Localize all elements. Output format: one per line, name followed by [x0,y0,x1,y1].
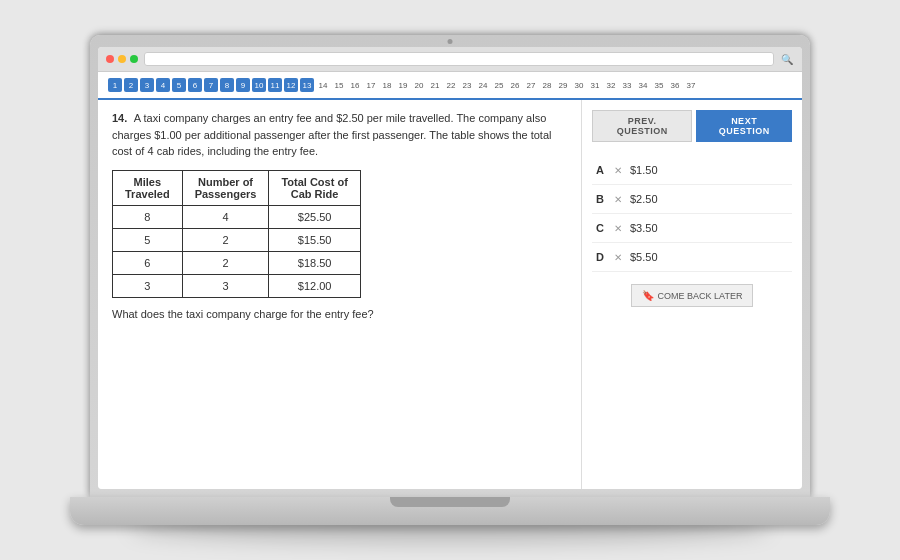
come-back-later-button[interactable]: 🔖 COME BACK LATER [631,284,754,307]
answer-x-icon: ✕ [614,194,624,205]
data-table: MilesTraveled Number ofPassengers Total … [112,170,361,298]
question-nav-number-25[interactable]: 25 [492,78,506,92]
maximize-button-icon[interactable] [130,55,138,63]
table-header-miles: MilesTraveled [113,170,183,205]
answer-letter-a: A [596,164,608,176]
question-nav-number-6[interactable]: 6 [188,78,202,92]
question-nav-number-36[interactable]: 36 [668,78,682,92]
answer-letter-d: D [596,251,608,263]
question-nav-number-12[interactable]: 12 [284,78,298,92]
question-nav-number-31[interactable]: 31 [588,78,602,92]
table-row: 62$18.50 [113,251,361,274]
table-cell-3-2: $12.00 [269,274,360,297]
answer-value-a: $1.50 [630,164,658,176]
camera-icon [448,39,453,44]
answer-value-c: $3.50 [630,222,658,234]
come-back-label: COME BACK LATER [658,291,743,301]
question-area: 14. A taxi company charges an entry fee … [98,100,802,489]
screen-bezel: 🔍 12345678910111213141516171819202122232… [98,47,802,489]
answer-letter-b: B [596,193,608,205]
answer-option-a[interactable]: A✕$1.50 [592,156,792,185]
question-nav-number-13[interactable]: 13 [300,78,314,92]
question-nav-number-5[interactable]: 5 [172,78,186,92]
question-nav-number-32[interactable]: 32 [604,78,618,92]
table-cell-1-2: $15.50 [269,228,360,251]
minimize-button-icon[interactable] [118,55,126,63]
answer-option-d[interactable]: D✕$5.50 [592,243,792,272]
question-nav-number-10[interactable]: 10 [252,78,266,92]
question-nav-number-2[interactable]: 2 [124,78,138,92]
answer-option-c[interactable]: C✕$3.50 [592,214,792,243]
question-nav-number-17[interactable]: 17 [364,78,378,92]
question-nav-number-20[interactable]: 20 [412,78,426,92]
table-row: 33$12.00 [113,274,361,297]
table-cell-1-1: 2 [182,228,269,251]
question-nav-number-11[interactable]: 11 [268,78,282,92]
question-nav-number-14[interactable]: 14 [316,78,330,92]
question-nav-number-29[interactable]: 29 [556,78,570,92]
table-header-passengers: Number ofPassengers [182,170,269,205]
laptop-lid: 🔍 12345678910111213141516171819202122232… [90,35,810,497]
search-icon: 🔍 [780,52,794,66]
laptop-base [70,497,830,525]
table-row: 52$15.50 [113,228,361,251]
table-cell-1-0: 5 [113,228,183,251]
question-nav-number-16[interactable]: 16 [348,78,362,92]
answer-x-icon: ✕ [614,252,624,263]
table-cell-2-2: $18.50 [269,251,360,274]
answer-value-d: $5.50 [630,251,658,263]
question-nav-number-3[interactable]: 3 [140,78,154,92]
question-nav-number-23[interactable]: 23 [460,78,474,92]
question-nav-number-28[interactable]: 28 [540,78,554,92]
table-header-cost: Total Cost ofCab Ride [269,170,360,205]
question-bottom-text: What does the taxi company charge for th… [112,308,567,320]
table-cell-0-0: 8 [113,205,183,228]
question-text: A taxi company charges an entry fee and … [112,112,551,157]
question-nav-number-34[interactable]: 34 [636,78,650,92]
browser-window: 🔍 12345678910111213141516171819202122232… [98,47,802,489]
question-nav-number-21[interactable]: 21 [428,78,442,92]
table-cell-3-0: 3 [113,274,183,297]
question-nav-number-1[interactable]: 1 [108,78,122,92]
question-nav-number-27[interactable]: 27 [524,78,538,92]
question-nav-number-18[interactable]: 18 [380,78,394,92]
table-row: 84$25.50 [113,205,361,228]
traffic-lights [106,55,138,63]
question-left-panel: 14. A taxi company charges an entry fee … [98,100,582,489]
question-number: 14. [112,112,127,124]
question-nav-number-26[interactable]: 26 [508,78,522,92]
question-nav-number-9[interactable]: 9 [236,78,250,92]
question-nav-bar: 1234567891011121314151617181920212223242… [98,72,802,100]
table-cell-3-1: 3 [182,274,269,297]
question-nav-number-7[interactable]: 7 [204,78,218,92]
answer-option-b[interactable]: B✕$2.50 [592,185,792,214]
answer-value-b: $2.50 [630,193,658,205]
table-cell-2-0: 6 [113,251,183,274]
question-nav-number-35[interactable]: 35 [652,78,666,92]
question-nav-number-22[interactable]: 22 [444,78,458,92]
question-nav-number-15[interactable]: 15 [332,78,346,92]
answer-letter-c: C [596,222,608,234]
answers-container: A✕$1.50B✕$2.50C✕$3.50D✕$5.50 [592,156,792,272]
next-question-button[interactable]: NEXT QUESTION [696,110,792,142]
question-nav-number-30[interactable]: 30 [572,78,586,92]
table-cell-2-1: 2 [182,251,269,274]
question-nav-number-4[interactable]: 4 [156,78,170,92]
answer-x-icon: ✕ [614,165,624,176]
prev-question-button[interactable]: PREV. QUESTION [592,110,692,142]
question-nav-number-24[interactable]: 24 [476,78,490,92]
bookmark-icon: 🔖 [642,290,654,301]
table-cell-0-1: 4 [182,205,269,228]
question-nav-number-8[interactable]: 8 [220,78,234,92]
question-nav-number-19[interactable]: 19 [396,78,410,92]
close-button-icon[interactable] [106,55,114,63]
question-body: 14. A taxi company charges an entry fee … [112,110,567,160]
browser-chrome: 🔍 [98,47,802,72]
question-nav-number-37[interactable]: 37 [684,78,698,92]
address-bar[interactable] [144,52,774,66]
table-cell-0-2: $25.50 [269,205,360,228]
browser-content: 1234567891011121314151617181920212223242… [98,72,802,489]
question-right-panel: PREV. QUESTION NEXT QUESTION A✕$1.50B✕$2… [582,100,802,489]
laptop: 🔍 12345678910111213141516171819202122232… [70,35,830,525]
question-nav-number-33[interactable]: 33 [620,78,634,92]
